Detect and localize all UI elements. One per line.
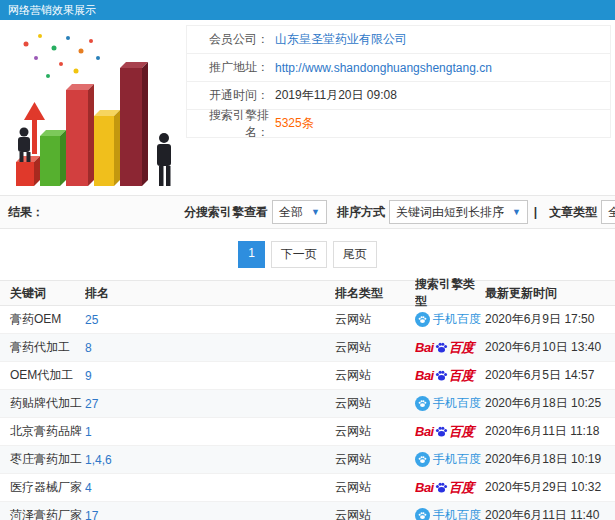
- mobile-baidu-label: 手机百度: [433, 451, 481, 468]
- updated-cell: 2020年5月29日 10:32: [485, 479, 615, 496]
- promo-url-link[interactable]: http://www.shandonghuangshengtang.cn: [275, 61, 492, 75]
- header-updated: 最新更新时间: [485, 285, 615, 302]
- rank-link[interactable]: 1: [85, 425, 335, 439]
- rank-type-cell: 云网站: [335, 479, 415, 496]
- baidu-logo-du: 百度: [449, 339, 474, 357]
- sort-filter-label: 排序方式: [337, 204, 385, 221]
- baidu-paw-icon: [415, 508, 430, 520]
- baidu-logo: Bai 百度: [415, 479, 474, 497]
- engine-cell: Bai 百度: [415, 479, 485, 497]
- rank-link[interactable]: 27: [85, 397, 335, 411]
- updated-cell: 2020年6月5日 14:57: [485, 367, 615, 384]
- baidu-logo-bai: Bai: [415, 340, 434, 355]
- member-info: 会员公司： 山东皇圣堂药业有限公司 推广地址： http://www.shand…: [186, 26, 615, 191]
- rank-link[interactable]: 4: [85, 481, 335, 495]
- updated-cell: 2020年6月11日 11:40: [485, 507, 615, 520]
- next-page-button[interactable]: 下一页: [271, 241, 327, 268]
- mobile-baidu-badge: 手机百度: [415, 311, 481, 328]
- header-rank-type: 排名类型: [335, 285, 415, 302]
- sort-filter-select[interactable]: 关键词由短到长排序 ▼: [389, 200, 528, 224]
- article-type-value: 全部: [608, 204, 615, 221]
- updated-cell: 2020年6月11日 11:18: [485, 423, 615, 440]
- baidu-logo-bai: Bai: [415, 424, 434, 439]
- keyword-cell: 药贴牌代加工: [0, 395, 85, 412]
- engine-rank-count-value: 5325条: [275, 115, 314, 132]
- table-row: 膏药OEM 25 云网站 手机百度 2020年6月9日 17:50: [0, 306, 615, 334]
- baidu-logo: Bai 百度: [415, 367, 474, 385]
- baidu-paw-icon: [415, 312, 430, 327]
- rank-link[interactable]: 8: [85, 341, 335, 355]
- rank-type-cell: 云网站: [335, 507, 415, 520]
- engine-cell: Bai 百度: [415, 423, 485, 441]
- page-button-1[interactable]: 1: [238, 241, 265, 268]
- article-type-label: 文章类型: [549, 204, 597, 221]
- engine-cell: 手机百度: [415, 451, 485, 468]
- article-type-select[interactable]: 全部 ▼: [601, 200, 615, 224]
- updated-cell: 2020年6月10日 13:40: [485, 339, 615, 356]
- rank-type-cell: 云网站: [335, 395, 415, 412]
- keyword-cell: OEM代加工: [0, 367, 85, 384]
- rank-type-cell: 云网站: [335, 423, 415, 440]
- member-company-link[interactable]: 山东皇圣堂药业有限公司: [275, 31, 407, 48]
- filter-divider: |: [534, 205, 537, 219]
- engine-cell: Bai 百度: [415, 367, 485, 385]
- table-row: 医疗器械厂家 4 云网站 Bai 百度 2020年5月29日 10:32: [0, 474, 615, 502]
- rank-type-cell: 云网站: [335, 367, 415, 384]
- last-page-button[interactable]: 尾页: [333, 241, 377, 268]
- sort-filter-value: 关键词由短到长排序: [396, 204, 504, 221]
- baidu-logo-du: 百度: [449, 367, 474, 385]
- keyword-cell: 菏泽膏药厂家: [0, 507, 85, 520]
- rank-link[interactable]: 9: [85, 369, 335, 383]
- rank-link[interactable]: 17: [85, 509, 335, 520]
- updated-cell: 2020年6月9日 17:50: [485, 311, 615, 328]
- page-title: 网络营销效果展示: [0, 0, 615, 20]
- baidu-paw-icon: [435, 481, 448, 494]
- rank-link[interactable]: 25: [85, 313, 335, 327]
- engine-filter-value: 全部: [279, 204, 303, 221]
- open-time-value: 2019年11月20日 09:08: [275, 87, 397, 104]
- engine-cell: Bai 百度: [415, 339, 485, 357]
- table-row: 北京膏药品牌 1 云网站 Bai 百度 2020年6月11日 11:18: [0, 418, 615, 446]
- engine-rank-count-label: 搜索引擎排名：: [187, 107, 275, 141]
- result-label: 结果：: [8, 204, 44, 221]
- baidu-logo-bai: Bai: [415, 480, 434, 495]
- engine-cell: 手机百度: [415, 395, 485, 412]
- member-company-label: 会员公司：: [187, 31, 275, 48]
- baidu-logo-du: 百度: [449, 423, 474, 441]
- mobile-baidu-label: 手机百度: [433, 395, 481, 412]
- promo-url-label: 推广地址：: [187, 59, 275, 76]
- rank-type-cell: 云网站: [335, 339, 415, 356]
- mobile-baidu-badge: 手机百度: [415, 451, 481, 468]
- info-row-engine-rank-count: 搜索引擎排名： 5325条: [186, 109, 611, 138]
- header-keyword: 关键词: [0, 285, 85, 302]
- engine-filter-select[interactable]: 全部 ▼: [272, 200, 327, 224]
- table-row: 药贴牌代加工 27 云网站 手机百度 2020年6月18日 10:25: [0, 390, 615, 418]
- marketing-growth-illustration: [6, 26, 186, 191]
- summary-section: 会员公司： 山东皇圣堂药业有限公司 推广地址： http://www.shand…: [0, 20, 615, 195]
- rank-link[interactable]: 1,4,6: [85, 453, 335, 467]
- filter-bar: 结果： 分搜索引擎查看 全部 ▼ 排序方式 关键词由短到长排序 ▼ | 文章类型…: [0, 195, 615, 229]
- rank-type-cell: 云网站: [335, 311, 415, 328]
- info-row-member-company: 会员公司： 山东皇圣堂药业有限公司: [186, 25, 611, 54]
- header-rank: 排名: [85, 285, 335, 302]
- baidu-paw-icon: [435, 369, 448, 382]
- baidu-paw-icon: [435, 425, 448, 438]
- updated-cell: 2020年6月18日 10:19: [485, 451, 615, 468]
- pagination: 1 下一页 尾页: [0, 229, 615, 280]
- baidu-paw-icon: [415, 452, 430, 467]
- updated-cell: 2020年6月18日 10:25: [485, 395, 615, 412]
- mobile-baidu-badge: 手机百度: [415, 395, 481, 412]
- mobile-baidu-label: 手机百度: [433, 507, 481, 520]
- table-row: OEM代加工 9 云网站 Bai 百度 2020年6月5日 14:57: [0, 362, 615, 390]
- table-row: 膏药代加工 8 云网站 Bai 百度 2020年6月10日 13:40: [0, 334, 615, 362]
- baidu-logo-bai: Bai: [415, 368, 434, 383]
- engine-cell: 手机百度: [415, 311, 485, 328]
- keyword-cell: 枣庄膏药加工: [0, 451, 85, 468]
- table-header-row: 关键词 排名 排名类型 搜索引擎类型 最新更新时间: [0, 280, 615, 306]
- chevron-down-icon: ▼: [512, 207, 521, 217]
- table-row: 枣庄膏药加工 1,4,6 云网站 手机百度 2020年6月18日 10:19: [0, 446, 615, 474]
- app-window: 网络营销效果展示: [0, 0, 615, 520]
- header-engine-type: 搜索引擎类型: [415, 276, 485, 310]
- rank-type-cell: 云网站: [335, 451, 415, 468]
- baidu-logo: Bai 百度: [415, 423, 474, 441]
